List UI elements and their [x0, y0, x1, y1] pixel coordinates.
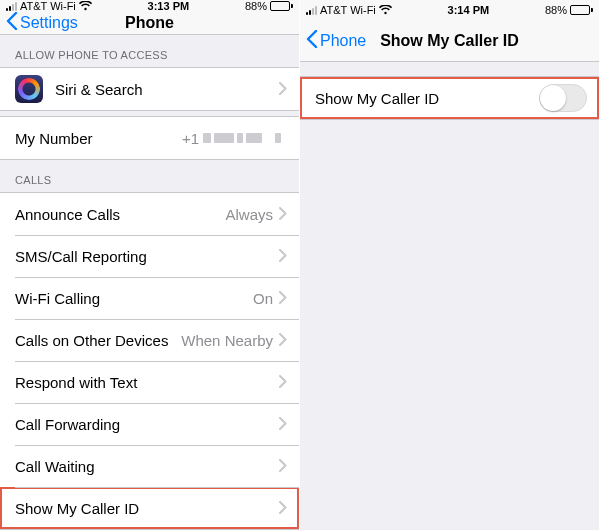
wifi-value: On: [253, 290, 273, 307]
sms-label: SMS/Call Reporting: [15, 248, 279, 265]
chevron-right-icon: [279, 374, 287, 391]
screen-show-my-caller-id: AT&T Wi-Fi 3:14 PM 88% Phone Show My Cal…: [300, 0, 600, 530]
waiting-label: Call Waiting: [15, 458, 279, 475]
battery-pct: 88%: [545, 4, 567, 16]
announce-label: Announce Calls: [15, 206, 225, 223]
respond-label: Respond with Text: [15, 374, 279, 391]
other-label: Calls on Other Devices: [15, 332, 181, 349]
row-call-waiting[interactable]: Call Waiting: [0, 445, 299, 487]
battery-icon: [270, 1, 293, 11]
status-time: 3:13 PM: [148, 0, 190, 12]
row-show-my-caller-id[interactable]: Show My Caller ID: [0, 487, 299, 529]
other-value: When Nearby: [181, 332, 273, 349]
chevron-left-icon: [6, 12, 18, 34]
chevron-right-icon: [279, 458, 287, 475]
carrier-label: AT&T Wi-Fi: [20, 0, 76, 12]
my-number-redacted: [203, 133, 281, 143]
back-button[interactable]: Phone: [306, 30, 366, 52]
caller-id-toggle[interactable]: [539, 84, 587, 112]
nav-bar: Phone Show My Caller ID: [300, 20, 599, 62]
row-sms-reporting[interactable]: SMS/Call Reporting: [0, 235, 299, 277]
carrier-label: AT&T Wi-Fi: [320, 4, 376, 16]
toggle-label: Show My Caller ID: [315, 90, 539, 107]
chevron-left-icon: [306, 30, 318, 52]
row-announce-calls[interactable]: Announce Calls Always: [0, 193, 299, 235]
status-bar: AT&T Wi-Fi 3:14 PM 88%: [300, 0, 599, 20]
back-button[interactable]: Settings: [6, 12, 78, 34]
chevron-right-icon: [279, 332, 287, 349]
chevron-right-icon: [279, 416, 287, 433]
my-number-prefix: +1: [182, 130, 199, 147]
row-siri-search[interactable]: Siri & Search: [0, 68, 299, 110]
battery-icon: [570, 5, 593, 15]
siri-label: Siri & Search: [55, 81, 279, 98]
forward-label: Call Forwarding: [15, 416, 279, 433]
nav-bar: Settings Phone: [0, 12, 299, 35]
back-label: Settings: [20, 14, 78, 32]
battery-pct: 88%: [245, 0, 267, 12]
callerid-label: Show My Caller ID: [15, 500, 279, 517]
status-bar: AT&T Wi-Fi 3:13 PM 88%: [0, 0, 299, 12]
row-my-number[interactable]: My Number +1: [0, 117, 299, 159]
chevron-right-icon: [279, 248, 287, 265]
row-respond-with-text[interactable]: Respond with Text: [0, 361, 299, 403]
signal-icon: [6, 2, 17, 11]
wifi-icon: [79, 1, 92, 11]
chevron-right-icon: [279, 500, 287, 517]
row-calls-other-devices[interactable]: Calls on Other Devices When Nearby: [0, 319, 299, 361]
my-number-label: My Number: [15, 130, 182, 147]
section-header-calls: CALLS: [0, 160, 299, 192]
siri-icon: [15, 75, 43, 103]
wifi-label: Wi-Fi Calling: [15, 290, 253, 307]
row-wifi-calling[interactable]: Wi-Fi Calling On: [0, 277, 299, 319]
signal-icon: [306, 6, 317, 15]
status-time: 3:14 PM: [448, 4, 490, 16]
section-header-access: ALLOW PHONE TO ACCESS: [0, 35, 299, 67]
chevron-right-icon: [279, 81, 287, 98]
chevron-right-icon: [279, 206, 287, 223]
screen-phone-settings: AT&T Wi-Fi 3:13 PM 88% Settings Phone AL…: [0, 0, 300, 530]
row-call-forwarding[interactable]: Call Forwarding: [0, 403, 299, 445]
announce-value: Always: [225, 206, 273, 223]
chevron-right-icon: [279, 290, 287, 307]
wifi-icon: [379, 5, 392, 15]
row-show-my-caller-id-toggle[interactable]: Show My Caller ID: [300, 77, 599, 119]
back-label: Phone: [320, 32, 366, 50]
